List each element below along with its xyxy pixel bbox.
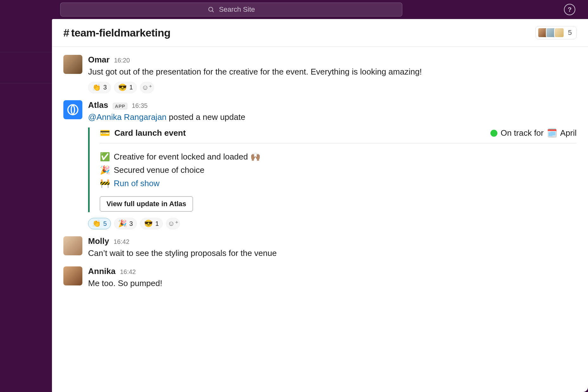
attachment: 💳 Card launch event On track for 🗓️ Apri… — [88, 127, 577, 212]
message-author[interactable]: Annika — [88, 266, 116, 276]
sunglasses-icon: 😎 — [144, 219, 153, 228]
view-update-button[interactable]: View full update in Atlas — [100, 196, 193, 212]
calendar-icon: 🗓️ — [547, 128, 557, 138]
help-icon: ? — [568, 6, 572, 13]
reaction[interactable]: 👏 3 — [88, 82, 111, 93]
message-text-tail: posted a new update — [167, 112, 246, 122]
attachment-title-text: Card launch event — [114, 128, 186, 138]
message-body: Omar 16:20 Just got out of the presentat… — [88, 55, 577, 93]
message-text: Me too. So pumped! — [88, 278, 577, 290]
avatar[interactable] — [63, 55, 82, 74]
message-time: 16:42 — [120, 268, 136, 276]
body: #team-fieldmarketing 5 — [0, 19, 588, 392]
message-author[interactable]: Omar — [88, 55, 110, 65]
add-reaction-button[interactable]: ☺︎⁺ — [140, 82, 154, 93]
reaction[interactable]: 🎉 3 — [114, 218, 137, 229]
reaction-count: 3 — [129, 220, 133, 227]
message-time: 16:20 — [114, 57, 130, 64]
sidebar-item[interactable] — [0, 21, 52, 52]
top-bar: Search Site ? — [0, 0, 588, 19]
clap-icon: 👏 — [92, 219, 101, 228]
reaction[interactable]: 👏 5 — [88, 218, 111, 229]
attachment-item-link[interactable]: Run of show — [114, 177, 160, 190]
channel-title[interactable]: #team-fieldmarketing — [63, 27, 170, 39]
search-icon — [208, 6, 214, 13]
main-panel: #team-fieldmarketing 5 — [52, 19, 588, 392]
sidebar-item[interactable] — [0, 52, 52, 83]
clap-icon: 👏 — [92, 83, 101, 92]
attachment-item: ✅ Creative for event locked and loaded 🙌… — [100, 150, 577, 164]
app-frame: Search Site ? #team-fieldmarketing — [0, 0, 588, 392]
avatar[interactable] — [63, 100, 82, 119]
message-body: Annika 16:42 Me too. So pumped! — [88, 266, 577, 290]
user-mention[interactable]: @Annika Rangarajan — [88, 112, 167, 122]
hands-icon: 🙌🏽 — [250, 152, 260, 161]
reactions: 👏 3 😎 1 ☺︎⁺ — [88, 82, 577, 93]
attachment-item-text: Creative for event locked and loaded — [114, 152, 250, 161]
card-icon: 💳 — [100, 128, 110, 138]
members-count: 5 — [568, 29, 572, 37]
construction-icon: 🚧 — [100, 177, 109, 190]
smile-plus-icon: ☺︎⁺ — [142, 83, 152, 92]
message-body: Atlas APP 16:35 @Annika Rangarajan poste… — [88, 100, 577, 229]
attachment-status: On track for 🗓️ April — [490, 128, 577, 138]
attachment-item: 🚧 Run of show — [100, 177, 577, 190]
sidebar — [0, 19, 52, 392]
svg-line-1 — [212, 11, 214, 12]
attachment-header: 💳 Card launch event On track for 🗓️ Apri… — [100, 128, 577, 143]
avatar — [554, 28, 564, 38]
sunglasses-icon: 😎 — [118, 83, 127, 92]
attachment-items: ✅ Creative for event locked and loaded 🙌… — [100, 150, 577, 190]
app-badge: APP — [113, 103, 127, 109]
message-time: 16:35 — [132, 102, 148, 109]
message-list[interactable]: Omar 16:20 Just got out of the presentat… — [52, 47, 588, 392]
message-author[interactable]: Atlas — [88, 100, 108, 110]
reaction[interactable]: 😎 1 — [114, 82, 137, 93]
add-reaction-button[interactable]: ☺︎⁺ — [166, 218, 180, 229]
message-body: Molly 16:42 Can’t wait to see the stylin… — [88, 236, 577, 259]
status-prefix: On track for — [501, 128, 544, 138]
reaction-count: 3 — [103, 84, 107, 91]
message: Omar 16:20 Just got out of the presentat… — [63, 50, 577, 95]
message-text: Just got out of the presentation for the… — [88, 66, 577, 78]
attachment-item-text: Secured venue of choice — [114, 164, 204, 177]
sidebar-item[interactable] — [0, 83, 52, 114]
status-dot-icon — [490, 130, 497, 137]
reaction-count: 1 — [129, 84, 133, 91]
avatar[interactable] — [63, 236, 82, 255]
message: Atlas APP 16:35 @Annika Rangarajan poste… — [63, 95, 577, 231]
status-suffix: April — [560, 128, 577, 138]
reactions: 👏 5 🎉 3 😎 1 — [88, 218, 577, 229]
smile-plus-icon: ☺︎⁺ — [168, 219, 178, 228]
search-input[interactable]: Search Site — [60, 3, 402, 16]
message: Molly 16:42 Can’t wait to see the stylin… — [63, 231, 577, 261]
atlas-icon — [66, 103, 80, 116]
party-icon: 🎉 — [118, 219, 127, 228]
search-placeholder: Search Site — [219, 5, 255, 14]
svg-point-0 — [209, 7, 213, 11]
message: Annika 16:42 Me too. So pumped! — [63, 261, 577, 291]
message-text: @Annika Rangarajan posted a new update — [88, 111, 577, 123]
message-time: 16:42 — [113, 238, 129, 245]
svg-point-2 — [68, 105, 78, 115]
hash-icon: # — [63, 27, 69, 39]
message-author[interactable]: Molly — [88, 236, 109, 246]
attachment-item: 🎉 Secured venue of choice — [100, 164, 577, 177]
channel-header: #team-fieldmarketing 5 — [52, 19, 588, 47]
members-button[interactable]: 5 — [535, 26, 577, 39]
reaction-count: 1 — [155, 220, 159, 227]
reaction-count: 5 — [103, 220, 107, 227]
party-icon: 🎉 — [100, 164, 109, 177]
message-text: Can’t wait to see the styling proposals … — [88, 247, 577, 259]
channel-name: team-fieldmarketing — [71, 27, 170, 39]
check-icon: ✅ — [100, 150, 109, 164]
help-button[interactable]: ? — [564, 4, 575, 15]
reaction[interactable]: 😎 1 — [140, 218, 163, 229]
attachment-title[interactable]: 💳 Card launch event — [100, 128, 186, 138]
avatar[interactable] — [63, 266, 82, 285]
members-avatars — [538, 28, 564, 38]
